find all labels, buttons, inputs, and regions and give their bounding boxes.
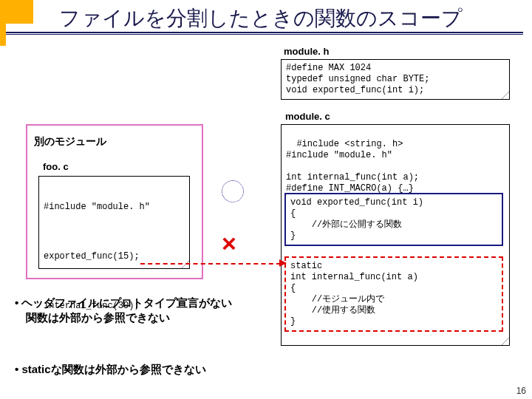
slide-header: ファイルを分割したときの関数のスコープ bbox=[0, 0, 532, 46]
divider-line bbox=[6, 32, 523, 33]
other-module-label: 別のモジュール bbox=[34, 135, 106, 149]
arrow-line bbox=[140, 263, 281, 265]
module-c-top-code: #include <string. h> #include "module. h… bbox=[286, 139, 419, 194]
ok-circle-icon bbox=[222, 180, 244, 202]
ng-x-icon: × bbox=[222, 229, 236, 258]
exported-func-box: void exported_func(int i) { //外部に公開する関数 … bbox=[284, 193, 503, 246]
bullet-static: • staticな関数は外部から参照できない bbox=[15, 362, 206, 377]
foo-line-exported: exported_func(15); bbox=[44, 251, 185, 262]
bullet-prototype: • ヘッダファイルにプロトタイプ宣言がない 関数は外部から参照できない bbox=[15, 296, 232, 326]
module-c-code: #include <string. h> #include "module. h… bbox=[281, 124, 510, 346]
divider-line bbox=[6, 34, 523, 35]
page-number: 16 bbox=[516, 386, 526, 396]
module-h-caption: module. h bbox=[284, 46, 329, 57]
decor-orange-side bbox=[0, 24, 6, 46]
module-c-caption: module. c bbox=[285, 111, 330, 122]
module-h-code: #define MAX 1024 typedef unsigned char B… bbox=[281, 59, 510, 100]
static-func-box: static int internal_func(int a) { //モジュー… bbox=[284, 256, 503, 332]
decor-orange-block bbox=[0, 0, 33, 24]
foo-code: #include "module. h" exported_func(15); … bbox=[38, 176, 190, 269]
foo-caption: foo. c bbox=[43, 161, 69, 172]
slide-title: ファイルを分割したときの関数のスコープ bbox=[59, 4, 463, 33]
arrow-head-icon bbox=[279, 259, 287, 267]
foo-line-include: #include "module. h" bbox=[44, 202, 185, 213]
